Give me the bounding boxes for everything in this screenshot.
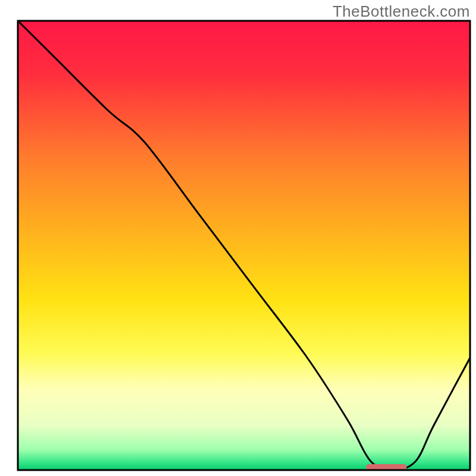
chart-container: TheBottleneck.com bbox=[0, 0, 476, 476]
watermark-text: TheBottleneck.com bbox=[333, 2, 470, 21]
bottleneck-chart bbox=[0, 0, 476, 476]
